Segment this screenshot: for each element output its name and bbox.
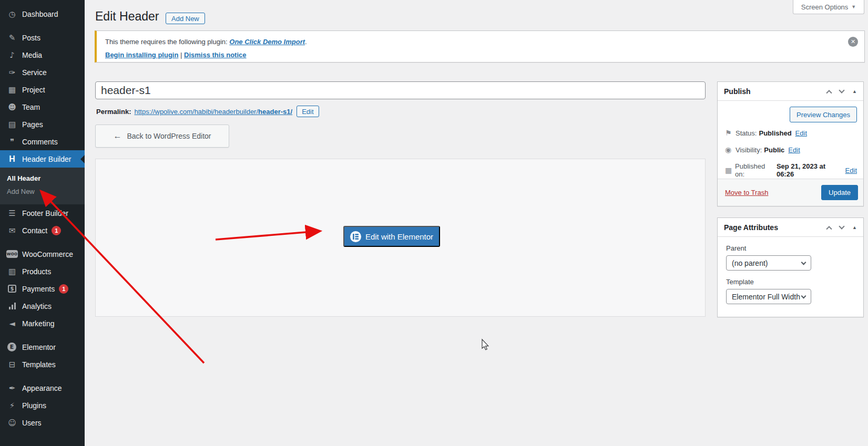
sidebar-item-products[interactable]: ▥Products	[0, 263, 85, 280]
sidebar-item-label: Plugins	[22, 401, 46, 410]
sidebar-item-label: WooCommerce	[22, 250, 73, 258]
chevron-down-icon	[801, 293, 806, 298]
sidebar-item-label: Users	[22, 419, 42, 427]
footer-builder-icon: ☰	[6, 209, 18, 218]
publish-footer: Move to Trash Update	[718, 179, 863, 206]
sidebar-item-label: Contact	[22, 226, 47, 235]
sidebar-subitem-add-new-header[interactable]: Add New	[0, 185, 85, 198]
pages-icon: ▤	[6, 120, 18, 129]
sidebar-item-analytics[interactable]: Analytics	[0, 297, 85, 315]
begin-installing-link[interactable]: Begin installing plugin	[105, 51, 178, 59]
visibility-value: Public	[764, 146, 784, 154]
sidebar-item-pages[interactable]: ▤Pages	[0, 116, 85, 133]
contact-icon: ✉	[6, 226, 18, 235]
move-to-trash-link[interactable]: Move to Trash	[725, 189, 768, 196]
dashboard-icon: ◷	[6, 9, 18, 19]
sidebar-item-header-builder[interactable]: HHeader Builder	[0, 150, 85, 168]
permalink-url: https://wpolive.com/habibi/headerbuilder…	[134, 108, 258, 116]
page-attributes-box: Page Attributes ▲ Parent (no parent) Tem…	[717, 217, 864, 317]
preview-row: Preview Changes	[718, 101, 863, 125]
wordpress-admin-page: ◷Dashboard✎Posts♪Media✑Service▦Project☻T…	[0, 0, 868, 446]
products-icon: ▥	[6, 267, 18, 276]
edit-date-link[interactable]: Edit	[845, 167, 857, 174]
edit-with-elementor-button[interactable]: Edit with Elementor	[343, 226, 440, 247]
update-button[interactable]: Update	[821, 185, 858, 200]
sidebar-item-label: Service	[22, 68, 47, 77]
parent-select[interactable]: (no parent)	[726, 255, 811, 271]
add-new-button[interactable]: Add New	[166, 13, 205, 24]
parent-select-value: (no parent)	[732, 259, 768, 267]
move-down-icon[interactable]	[839, 223, 844, 229]
template-select-value: Elementor Full Width	[732, 293, 800, 301]
users-icon: ☺	[6, 418, 18, 428]
screen-options-label: Screen Options	[801, 3, 849, 11]
screen-options-button[interactable]: Screen Options ▼	[793, 0, 864, 14]
publish-box: Publish ▲ Preview Changes ⚑ Status: Publ…	[717, 81, 864, 206]
header-builder-icon: H	[6, 154, 18, 164]
page-attributes-header[interactable]: Page Attributes ▲	[718, 218, 863, 237]
service-icon: ✑	[6, 68, 18, 77]
posts-icon: ✎	[6, 33, 18, 43]
post-status-icon: ⚑	[725, 129, 736, 137]
sidebar-item-label: Elementor	[22, 343, 56, 351]
admin-sidebar: ◷Dashboard✎Posts♪Media✑Service▦Project☻T…	[0, 0, 85, 446]
sidebar-item-label: Marketing	[22, 319, 54, 328]
collapse-panel-icon[interactable]: ▲	[852, 225, 857, 230]
back-to-wordpress-editor-button[interactable]: ← Back to WordPress Editor	[95, 125, 229, 148]
sidebar-item-elementor[interactable]: EElementor	[0, 338, 85, 356]
sidebar-item-label: Products	[22, 267, 51, 276]
status-value: Published	[759, 129, 791, 137]
move-down-icon[interactable]	[839, 87, 844, 93]
sidebar-item-plugins[interactable]: ⚡Plugins	[0, 397, 85, 414]
edit-visibility-link[interactable]: Edit	[788, 146, 800, 154]
sidebar-item-appearance[interactable]: ✒Appearance	[0, 379, 85, 397]
back-button-label: Back to WordPress Editor	[127, 132, 211, 140]
published-label: Published on:	[735, 162, 774, 178]
dismiss-icon[interactable]: ✕	[848, 37, 858, 47]
sidebar-item-templates[interactable]: ⊟Templates	[0, 356, 85, 373]
permalink-link[interactable]: https://wpolive.com/habibi/headerbuilder…	[134, 108, 292, 116]
sidebar-item-team[interactable]: ☻Team	[0, 98, 85, 116]
marketing-icon: ◄	[6, 319, 18, 328]
visibility-label: Visibility:	[736, 146, 762, 154]
permalink-label: Permalink:	[96, 108, 131, 116]
media-icon: ♪	[6, 50, 18, 60]
sidebar-item-footer-builder[interactable]: ☰Footer Builder	[0, 204, 85, 222]
permalink-edit-button[interactable]: Edit	[297, 106, 319, 117]
sidebar-subitem-all-header[interactable]: All Header	[0, 172, 85, 185]
page-title: Edit Header	[95, 9, 159, 24]
project-icon: ▦	[6, 85, 18, 95]
sidebar-item-dashboard[interactable]: ◷Dashboard	[0, 5, 85, 23]
status-row: ⚑ Status: Published Edit	[718, 125, 863, 141]
move-up-icon[interactable]	[826, 90, 832, 96]
sidebar-item-payments[interactable]: $Payments1	[0, 280, 85, 297]
page-attributes-controls: ▲	[827, 225, 857, 230]
edit-status-link[interactable]: Edit	[795, 129, 807, 137]
status-label: Status:	[736, 129, 757, 137]
permalink-slug: header-s1/	[258, 108, 292, 116]
sidebar-item-label: Analytics	[22, 302, 52, 310]
notice-text: This theme requires the following plugin…	[105, 38, 229, 46]
dismiss-notice-link[interactable]: Dismiss this notice	[184, 51, 246, 59]
sidebar-item-woocommerce[interactable]: WOOWooCommerce	[0, 245, 85, 263]
sidebar-item-media[interactable]: ♪Media	[0, 46, 85, 64]
sidebar-item-service[interactable]: ✑Service	[0, 64, 85, 81]
analytics-icon	[6, 303, 18, 309]
sidebar-item-comments[interactable]: ❞Comments	[0, 133, 85, 150]
sidebar-item-marketing[interactable]: ◄Marketing	[0, 315, 85, 332]
preview-changes-button[interactable]: Preview Changes	[790, 107, 857, 122]
template-select[interactable]: Elementor Full Width	[726, 289, 811, 304]
sidebar-item-posts[interactable]: ✎Posts	[0, 29, 85, 46]
collapse-panel-icon[interactable]: ▲	[852, 89, 857, 94]
team-icon: ☻	[6, 102, 18, 112]
sidebar-item-project[interactable]: ▦Project	[0, 81, 85, 98]
sidebar-item-users[interactable]: ☺Users	[0, 414, 85, 431]
sidebar-item-contact[interactable]: ✉Contact1	[0, 222, 85, 239]
publish-box-header[interactable]: Publish ▲	[718, 82, 863, 101]
plugin-link[interactable]: One Click Demo Import	[229, 38, 305, 46]
notice-message: This theme requires the following plugin…	[105, 37, 841, 47]
post-title-input[interactable]	[95, 81, 706, 99]
move-up-icon[interactable]	[826, 226, 832, 232]
plugin-notice: This theme requires the following plugin…	[95, 30, 865, 63]
back-arrow-icon: ←	[113, 131, 121, 141]
